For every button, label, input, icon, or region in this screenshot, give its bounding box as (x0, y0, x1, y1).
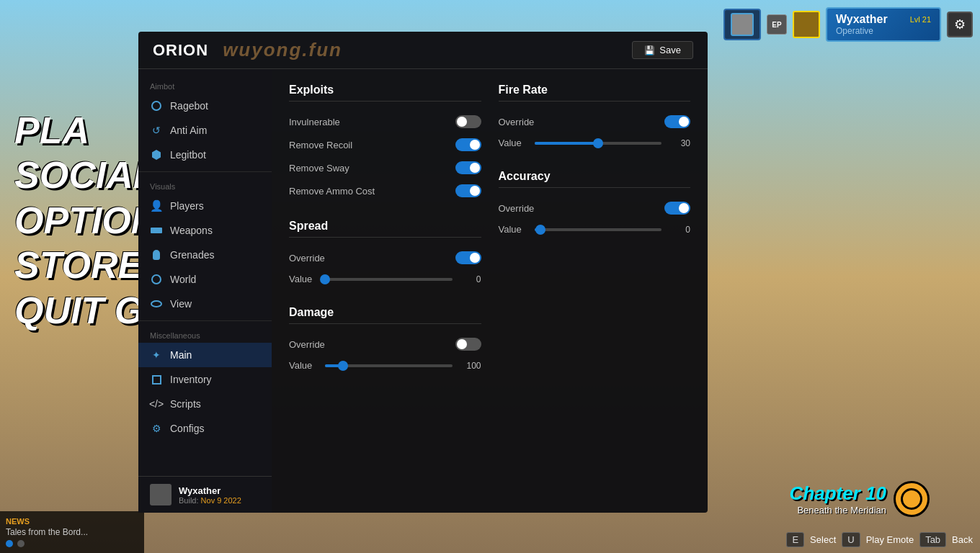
hud-controls: E Select U Play Emote Tab Back (786, 532, 973, 547)
anti-aim-label: Anti Aim (170, 125, 207, 136)
save-button[interactable]: 💾 Save (632, 41, 693, 59)
sidebar-item-main[interactable]: ✦ Main (138, 343, 272, 367)
star-icon: ✦ (150, 349, 163, 361)
sidebar-item-inventory[interactable]: Inventory (138, 367, 272, 392)
user-avatar (150, 484, 172, 505)
spread-override-row: Override (289, 246, 481, 269)
fire-rate-title: Fire Rate (499, 84, 691, 102)
weapons-label: Weapons (170, 225, 213, 236)
fire-rate-override-row: Override (499, 110, 691, 133)
news-text: Tales from the Bord... (6, 527, 138, 537)
scripts-label: Scripts (170, 398, 201, 410)
damage-section: Damage Override Value 100 (289, 306, 481, 375)
sidebar-item-world[interactable]: World (138, 267, 272, 292)
world-label: World (170, 274, 196, 285)
emote-label: Play Emote (866, 534, 914, 545)
sidebar: Aimbot Ragebot ↺ Anti Aim Legitbot Visua… (138, 69, 272, 513)
inventory-label: Inventory (170, 374, 212, 385)
sidebar-item-legitbot[interactable]: Legitbot (138, 143, 272, 167)
view-label: View (170, 298, 192, 310)
visuals-section-label: Visuals (138, 176, 272, 194)
sidebar-item-anti-aim[interactable]: ↺ Anti Aim (138, 118, 272, 143)
ragebot-label: Ragebot (170, 100, 208, 112)
sidebar-item-weapons[interactable]: Weapons (138, 218, 272, 243)
exploits-title: Exploits (289, 84, 481, 102)
news-dot-1 (6, 540, 13, 547)
damage-title: Damage (289, 306, 481, 324)
exploits-section: Exploits Invulnerable Remove Recoil Remo… (289, 84, 481, 202)
sidebar-divider-2 (138, 320, 272, 321)
news-dot-2 (17, 540, 24, 547)
watermark-text: wuyong.fun (223, 39, 342, 61)
main-label: Main (170, 349, 192, 361)
player-avatar (793, 11, 820, 38)
remove-ammo-row: Remove Ammo Cost (289, 179, 481, 202)
damage-override-row: Override (289, 333, 481, 356)
hud-top-right: EP Wyxather Lvl 21 Operative ⚙ (723, 7, 973, 42)
username: Wyxather (179, 485, 241, 496)
spread-override-toggle[interactable] (455, 251, 481, 264)
aimbot-section-label: Aimbot (138, 76, 272, 94)
squad-icon (731, 13, 754, 36)
legitbot-label: Legitbot (170, 149, 206, 161)
accuracy-section: Accuracy Override Value 0 (499, 170, 691, 239)
fire-rate-value-row: Value 30 (499, 133, 691, 153)
fire-rate-override-toggle[interactable] (664, 115, 690, 128)
damage-override-toggle[interactable] (455, 338, 481, 351)
emote-key: U (842, 532, 860, 547)
save-label: Save (659, 45, 681, 55)
settings-button[interactable]: ⚙ (947, 12, 973, 37)
player-card: Wyxather Lvl 21 Operative (826, 7, 941, 42)
eye-icon (150, 297, 163, 310)
globe-icon (150, 273, 163, 286)
damage-value-row: Value 100 (289, 356, 481, 375)
right-column: Fire Rate Override Value 30 (499, 84, 691, 392)
accuracy-title: Accuracy (499, 170, 691, 188)
panel-header: ORION wuyong.fun 💾 Save (138, 32, 708, 69)
gear-icon: ⚙ (150, 422, 163, 435)
spread-value-row: Value 0 (289, 269, 481, 289)
panel-logo: ORION (153, 41, 208, 60)
select-key: E (786, 532, 804, 547)
damage-slider[interactable] (325, 364, 453, 367)
fire-rate-slider[interactable] (535, 142, 662, 145)
borderlands-logo-icon (894, 481, 930, 517)
content-columns: Exploits Invulnerable Remove Recoil Remo… (289, 84, 690, 392)
spread-title: Spread (289, 220, 481, 238)
remove-sway-toggle[interactable] (455, 161, 481, 174)
epic-icon: EP (767, 14, 787, 35)
sidebar-divider-1 (138, 171, 272, 172)
invulnerable-row: Invulnerable (289, 110, 481, 133)
invulnerable-toggle[interactable] (455, 115, 481, 128)
grenade-icon (150, 248, 163, 261)
accuracy-override-toggle[interactable] (664, 202, 690, 215)
sidebar-item-view[interactable]: View (138, 292, 272, 316)
chapter-info: Chapter 10 Beneath the Meridian (790, 481, 930, 517)
sidebar-user: Wyxather Build: Nov 9 2022 (138, 476, 272, 513)
sidebar-item-ragebot[interactable]: Ragebot (138, 94, 272, 118)
sidebar-item-grenades[interactable]: Grenades (138, 243, 272, 267)
box-icon (150, 373, 163, 386)
code-icon: </> (150, 397, 163, 410)
gun-icon (150, 224, 163, 237)
accuracy-value-row: Value 0 (499, 220, 691, 239)
news-ticker: NEWS Tales from the Bord... (0, 511, 144, 553)
target-icon (150, 99, 163, 112)
remove-sway-row: Remove Sway (289, 156, 481, 179)
accuracy-override-row: Override (499, 197, 691, 220)
spread-slider[interactable] (325, 278, 453, 281)
sidebar-item-scripts[interactable]: </> Scripts (138, 392, 272, 416)
spread-section: Spread Override Value 0 (289, 220, 481, 289)
sidebar-item-configs[interactable]: ⚙ Configs (138, 416, 272, 441)
sidebar-item-players[interactable]: 👤 Players (138, 194, 272, 218)
grenades-label: Grenades (170, 249, 214, 261)
remove-ammo-toggle[interactable] (455, 184, 481, 197)
back-key: Tab (919, 532, 946, 547)
configs-label: Configs (170, 423, 204, 434)
select-label: Select (810, 534, 836, 545)
accuracy-slider[interactable] (535, 228, 662, 231)
chapter-number: Chapter 10 (790, 482, 886, 505)
remove-recoil-toggle[interactable] (455, 138, 481, 151)
refresh-icon: ↺ (150, 124, 163, 137)
back-label: Back (952, 534, 973, 545)
